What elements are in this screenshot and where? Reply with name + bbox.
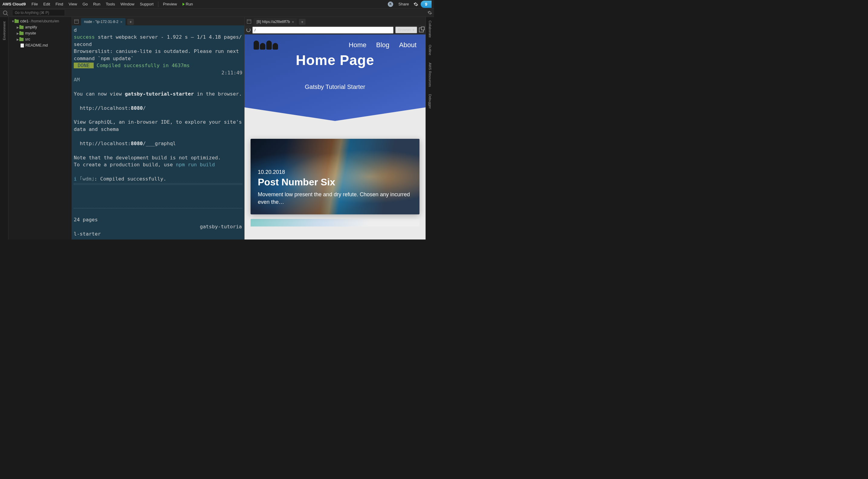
folder-icon <box>19 32 24 35</box>
terminal-pane: node - "ip-172-31-8-2 × + d success star… <box>72 17 244 239</box>
menu-go[interactable]: Go <box>80 2 90 6</box>
menu-file[interactable]: File <box>29 2 40 6</box>
folder-icon <box>19 26 24 29</box>
right-rail: Collaborate Outline AWS Resources Debugg… <box>426 17 434 239</box>
pane-layout-icon[interactable] <box>247 19 251 24</box>
browser-tab[interactable]: [B] https://a2f8e8ff7b × <box>254 18 297 25</box>
brand-label: AWS Cloud9 <box>2 2 26 6</box>
page-subtitle: Gatsby Tutorial Starter <box>254 84 416 90</box>
tree-item-mysite[interactable]: ▶ mysite <box>8 30 72 36</box>
page-title: Home Page <box>254 52 416 68</box>
aws-resources-tab[interactable]: AWS Resources <box>428 59 432 90</box>
nav-home[interactable]: Home <box>349 41 367 49</box>
header-divider <box>245 107 426 122</box>
menu-support[interactable]: Support <box>137 2 157 6</box>
site-header: Home Blog About Home Page Gatsby Tutoria… <box>245 34 426 122</box>
menu-edit[interactable]: Edit <box>40 2 53 6</box>
tree-label: src <box>25 37 30 41</box>
file-icon <box>21 43 24 48</box>
outline-tab[interactable]: Outline <box>428 41 432 59</box>
tree-file-readme[interactable]: README.md <box>8 42 72 49</box>
menu-view[interactable]: View <box>66 2 80 6</box>
post-title: Post Number Six <box>258 177 412 188</box>
url-input[interactable] <box>252 27 394 34</box>
popout-icon[interactable] <box>419 28 424 32</box>
post-card[interactable] <box>251 219 420 227</box>
reload-icon[interactable] <box>246 28 251 32</box>
debugger-tab[interactable]: Debugger <box>428 90 432 112</box>
chevron-right-icon: ▶ <box>16 38 19 41</box>
nav-blog[interactable]: Blog <box>376 41 389 49</box>
nav-about[interactable]: About <box>399 41 417 49</box>
secondary-toolbar <box>0 8 434 17</box>
post-date: 10.20.2018 <box>258 169 412 175</box>
menu-window[interactable]: Window <box>118 2 137 6</box>
settings-gear-icon[interactable] <box>413 2 418 7</box>
tab-title: node - "ip-172-31-8-2 <box>84 20 119 24</box>
browser-pane: [B] https://a2f8e8ff7b × + Browser▾ Home <box>244 17 426 239</box>
tree-label: README.md <box>25 43 48 48</box>
tree-item-src[interactable]: ▶ src <box>8 36 72 42</box>
post-card[interactable]: 10.20.2018 Post Number Six Movement low … <box>251 139 420 214</box>
pane-layout-icon[interactable] <box>74 19 79 24</box>
main-menubar: AWS Cloud9 File Edit Find View Go Run To… <box>0 0 434 8</box>
tree-item-amplify[interactable]: ▶ amplify <box>8 24 72 30</box>
preview-viewport[interactable]: Home Blog About Home Page Gatsby Tutoria… <box>245 34 426 239</box>
folder-icon <box>19 38 24 41</box>
site-nav: Home Blog About <box>254 40 416 50</box>
goto-input[interactable] <box>12 9 65 16</box>
menu-find[interactable]: Find <box>53 2 66 6</box>
chevron-down-icon: ▼ <box>11 20 14 23</box>
tree-label: amplify <box>25 25 37 29</box>
folder-icon <box>14 20 19 23</box>
run-button[interactable]: Run <box>180 2 196 6</box>
chevron-right-icon: ▶ <box>16 26 19 29</box>
site-logo[interactable] <box>254 40 278 50</box>
file-tree: ▼ cde1 - /home/ubuntu/en ▶ amplify ▶ mys… <box>8 17 72 239</box>
browser-tab-bar: [B] https://a2f8e8ff7b × + <box>245 17 426 25</box>
environment-tab[interactable]: Environment <box>2 17 6 45</box>
collaborate-tab[interactable]: Collaborate <box>428 17 432 41</box>
editor-tab-bar: node - "ip-172-31-8-2 × + <box>72 17 244 25</box>
tree-root-name: cde1 <box>20 19 28 23</box>
post-excerpt: Movement low present the and dry refute.… <box>258 191 412 206</box>
preview-button[interactable]: Preview <box>160 2 180 6</box>
tree-settings-icon[interactable] <box>427 10 432 15</box>
browser-url-bar: Browser▾ <box>245 25 426 34</box>
search-icon[interactable] <box>3 10 7 15</box>
chevron-right-icon: ▶ <box>16 32 19 35</box>
left-rail: Environment <box>0 17 8 239</box>
user-avatar[interactable]: K <box>388 1 393 7</box>
menu-tools[interactable]: Tools <box>103 2 118 6</box>
play-icon <box>183 3 185 6</box>
terminal-tab[interactable]: node - "ip-172-31-8-2 × <box>81 18 125 25</box>
add-tab-button[interactable]: + <box>127 19 134 25</box>
terminal-output[interactable]: d success start webpack server - 1.922 s… <box>72 25 244 239</box>
share-button[interactable]: Share <box>396 2 412 6</box>
browser-dropdown[interactable]: Browser▾ <box>395 27 417 33</box>
close-icon[interactable]: × <box>292 20 294 24</box>
tab-title: [B] https://a2f8e8ff7b <box>256 20 290 24</box>
divider <box>158 1 158 7</box>
close-icon[interactable]: × <box>120 20 123 24</box>
cloud9-badge-icon[interactable]: 9 <box>421 1 432 8</box>
svg-marker-0 <box>245 107 426 122</box>
chevron-down-icon: ▾ <box>412 28 414 32</box>
tree-root-path: - /home/ubuntu/en <box>28 19 59 23</box>
add-tab-button[interactable]: + <box>299 19 306 25</box>
run-label: Run <box>186 2 193 6</box>
menu-run[interactable]: Run <box>90 2 103 6</box>
tree-root[interactable]: ▼ cde1 - /home/ubuntu/en <box>8 18 72 24</box>
tree-label: mysite <box>25 31 36 35</box>
